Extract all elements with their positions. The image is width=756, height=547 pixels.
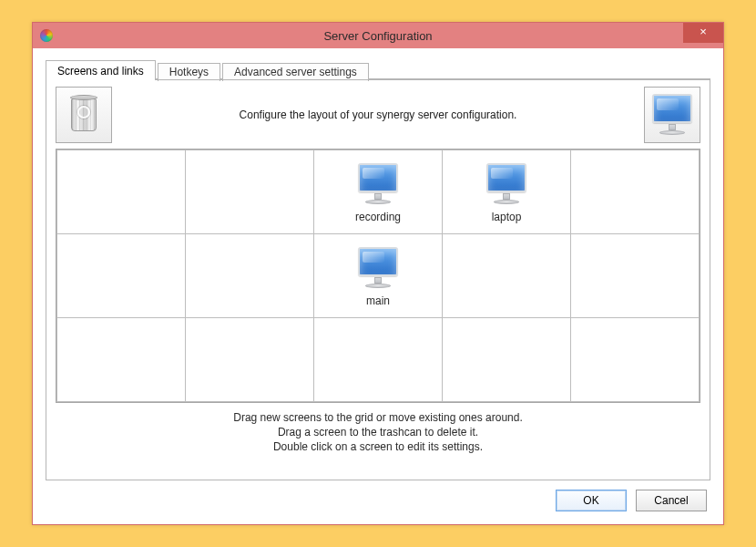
top-strip: Configure the layout of your synergy ser… (56, 87, 700, 143)
ok-button[interactable]: OK (556, 490, 627, 511)
tab-label: Hotkeys (169, 66, 209, 78)
strip-caption: Configure the layout of your synergy ser… (119, 87, 637, 143)
tab-screens-and-links[interactable]: Screens and links (46, 60, 156, 80)
grid-cell-r1c1[interactable] (186, 234, 314, 318)
hint-line-1: Drag new screens to the grid or move exi… (56, 410, 700, 425)
monitor-icon (483, 161, 530, 207)
grid-cell-r0c3[interactable]: laptop (443, 150, 571, 234)
tab-label: Screens and links (57, 65, 144, 77)
grid-cell-r2c1[interactable] (186, 318, 314, 402)
monitor-icon (354, 245, 402, 291)
hint-line-3: Double click on a screen to edit its set… (56, 439, 700, 454)
tab-bar: Screens and links Hotkeys Advanced serve… (46, 57, 710, 79)
tab-hotkeys[interactable]: Hotkeys (158, 63, 220, 81)
grid-cell-r2c4[interactable] (571, 318, 700, 402)
grid-cell-r1c3[interactable] (443, 234, 571, 318)
grid-cell-r1c4[interactable] (571, 234, 700, 318)
button-label: OK (583, 494, 598, 507)
grid-cell-r2c0[interactable] (57, 318, 186, 402)
tab-panel-screens: Configure the layout of your synergy ser… (46, 78, 710, 480)
grid-cell-r2c2[interactable] (314, 318, 443, 402)
titlebar[interactable]: Server Configuration × (33, 23, 723, 48)
new-screen-source[interactable] (644, 87, 700, 143)
monitor-icon (649, 92, 696, 138)
app-icon (40, 29, 53, 42)
grid-cell-r2c3[interactable] (443, 318, 571, 402)
trashcan-dropzone[interactable] (56, 87, 112, 143)
close-button[interactable]: × (683, 23, 723, 43)
screen-label: laptop (492, 211, 522, 223)
grid-cell-r0c0[interactable] (57, 150, 186, 234)
window-title: Server Configuration (33, 29, 723, 43)
button-label: Cancel (654, 494, 688, 507)
grid-cell-r1c2[interactable]: main (314, 234, 443, 318)
grid-cell-r1c0[interactable] (57, 234, 186, 318)
tab-advanced-server-settings[interactable]: Advanced server settings (222, 63, 369, 81)
hint-text: Drag new screens to the grid or move exi… (56, 410, 700, 455)
tab-label: Advanced server settings (234, 66, 357, 78)
server-config-window: Server Configuration × Screens and links… (32, 22, 724, 525)
trashcan-icon (65, 93, 103, 137)
client-area: Screens and links Hotkeys Advanced serve… (33, 48, 723, 524)
hint-line-2: Drag a screen to the trashcan to delete … (56, 425, 700, 439)
monitor-icon (354, 161, 402, 207)
screen-grid[interactable]: recording laptop (56, 149, 700, 403)
screen-label: main (366, 294, 390, 307)
grid-cell-r0c2[interactable]: recording (314, 150, 443, 234)
grid-cell-r0c4[interactable] (571, 150, 700, 234)
screen-label: recording (355, 211, 401, 223)
cancel-button[interactable]: Cancel (636, 490, 707, 511)
grid-cell-r0c1[interactable] (186, 150, 314, 234)
dialog-footer: OK Cancel (46, 480, 710, 511)
